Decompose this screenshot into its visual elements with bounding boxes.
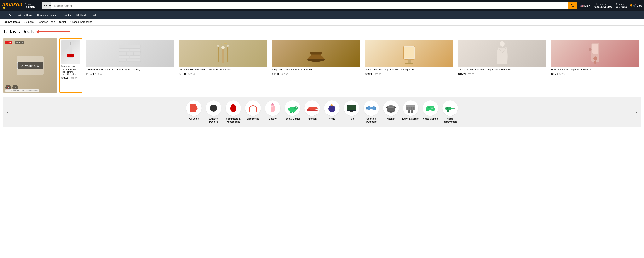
sec-nav-coupons[interactable]: Coupons	[24, 21, 34, 24]
svg-rect-46	[290, 112, 292, 113]
svg-rect-12	[119, 56, 129, 58]
category-electronics[interactable]: Electronics	[244, 100, 262, 123]
nav-gift-cards[interactable]: Gift Cards	[74, 11, 89, 19]
svg-point-16	[222, 46, 224, 49]
svg-rect-26	[404, 47, 414, 58]
svg-rect-53	[347, 105, 356, 110]
header-right: 🇺🇸 EN ▾ Hello, sign in Account & Lists R…	[580, 3, 642, 8]
sec-nav-todays-deals[interactable]: Today's Deals	[3, 21, 20, 24]
product-card-5[interactable]: iHave Toothpaste Dispenser Bathroom... $…	[550, 39, 641, 93]
secondary-nav: Today's Deals Coupons Renewed Deals Outl…	[0, 19, 644, 26]
categories-prev-button[interactable]: ‹	[6, 104, 10, 120]
cart-button[interactable]: 0 🛒 Cart	[630, 4, 642, 7]
product-image-4	[458, 40, 546, 67]
perfume-icon	[270, 103, 276, 113]
returns-orders[interactable]: Returns & Orders	[616, 3, 627, 8]
category-kitchen[interactable]: Kitchen	[382, 100, 400, 123]
grill-icon	[405, 103, 416, 114]
search-button[interactable]	[568, 2, 577, 9]
category-home[interactable]: Home	[323, 100, 340, 123]
live-stream-card[interactable]: LIVE 👁 633 ⤢ Watch now 🔇 ⏸ Liz Fenwick D…	[3, 39, 57, 93]
svg-rect-27	[408, 59, 410, 63]
product-name-5: iHave Toothpaste Dispenser Bathroom...	[551, 68, 639, 71]
svg-rect-83	[454, 108, 455, 109]
category-computers[interactable]: Computers & Accessories	[224, 100, 242, 123]
category-toys-games[interactable]: Toys & Games	[284, 100, 301, 123]
svg-rect-57	[368, 106, 370, 110]
live-viewers: 👁 633	[15, 41, 24, 44]
category-all-deals[interactable]: All Deals	[185, 100, 202, 123]
category-list: All Deals Amazon Devices Computers & Acc…	[10, 100, 634, 123]
category-beauty[interactable]: Beauty	[264, 100, 282, 123]
category-lawn-garden[interactable]: Lawn & Garden	[402, 100, 420, 123]
live-author: Liz Fenwick DIY Earns commissions	[6, 89, 39, 92]
nav-todays-deals[interactable]: Today's Deals	[15, 11, 34, 19]
category-amazon-devices[interactable]: Amazon Devices	[205, 100, 222, 123]
nav-registry[interactable]: Registry	[60, 11, 73, 19]
svg-rect-17	[222, 49, 224, 63]
svg-rect-13	[130, 56, 140, 58]
logo-smile-icon: 😉‿	[2, 7, 7, 10]
nav-customer-service[interactable]: Customer Service	[35, 11, 59, 19]
page-title-row: Today's Deals	[3, 29, 641, 35]
product-name-3: blonbar Bedside Lamp Qi Wireless Charger…	[365, 68, 453, 71]
product-name-4: Turquaz Lightweight Knee Length Waffle R…	[458, 68, 546, 71]
svg-rect-21	[227, 47, 228, 62]
featured-price: $25.45	[61, 76, 70, 80]
deliver-to[interactable]: Deliver to Pakistan	[24, 3, 40, 8]
candle-icon	[327, 103, 337, 113]
dino-icon	[287, 103, 298, 113]
amazon-logo[interactable]: amazon 😉‿	[2, 2, 22, 10]
live-badge: LIVE	[6, 41, 12, 44]
svg-point-45	[296, 107, 297, 107]
product-card-0[interactable]: CHEFSTORY 23 PCS Clear Drawer Organizers…	[84, 39, 176, 93]
account-menu[interactable]: Hello, sign in Account & Lists	[593, 3, 612, 8]
category-fashion[interactable]: Fashion	[304, 100, 321, 123]
product-orig-price-3: $59.99	[374, 73, 381, 75]
featured-product-name: ChomChom Pet Hair Remover - Reusable Cat…	[61, 68, 80, 75]
hamburger-icon	[4, 14, 7, 16]
product-price-0: $18.71	[86, 73, 94, 76]
featured-original-price: $31.95	[70, 77, 77, 79]
sec-nav-renewed-deals[interactable]: Renewed Deals	[38, 21, 55, 24]
product-card-3[interactable]: blonbar Bedside Lamp Qi Wireless Charger…	[364, 39, 455, 93]
category-sports-outdoors[interactable]: Sports & Outdoors	[362, 100, 380, 123]
product-name-2: Progressive Prep Solutions Microwave...	[272, 68, 360, 71]
svg-rect-7	[119, 49, 129, 52]
sec-nav-amazon-warehouse[interactable]: Amazon Warehouse	[70, 21, 92, 24]
product-price-1: $18.05	[179, 73, 187, 76]
category-video-games[interactable]: Video Games	[422, 100, 439, 123]
language-selector[interactable]: 🇺🇸 EN ▾	[580, 4, 590, 7]
watch-now-button[interactable]: ⤢ Watch now	[17, 62, 43, 69]
svg-point-0	[571, 4, 574, 7]
product-card-4[interactable]: Turquaz Lightweight Knee Length Waffle R…	[457, 39, 548, 93]
svg-rect-37	[256, 109, 258, 112]
svg-rect-47	[293, 112, 294, 113]
featured-price-row: $25.45 $31.95	[61, 76, 80, 80]
category-home-improvement[interactable]: Home Improvement	[442, 100, 459, 123]
product-orig-price-4: $39.99	[468, 73, 474, 75]
svg-rect-5	[70, 42, 71, 45]
svg-rect-49	[307, 110, 318, 111]
gamepad-icon	[425, 104, 436, 113]
svg-rect-81	[445, 107, 451, 110]
svg-point-66	[387, 105, 395, 107]
tag-icon	[190, 104, 198, 112]
product-name-0: CHEFSTORY 23 PCS Clear Drawer Organizers…	[86, 68, 174, 71]
svg-point-43	[294, 106, 298, 109]
svg-rect-60	[375, 107, 376, 110]
svg-rect-9	[119, 52, 126, 55]
product-card-2[interactable]: Progressive Prep Solutions Microwave... …	[270, 39, 362, 93]
product-card-1[interactable]: Non-Stick Silicone Kitchen Utensils Set …	[178, 39, 269, 93]
categories-next-button[interactable]: ›	[634, 104, 638, 120]
search-category-select[interactable]: All	[42, 2, 52, 9]
product-image-2	[272, 40, 360, 67]
category-tvs[interactable]: TVs	[343, 100, 360, 123]
featured-product-card[interactable]: Featured now ChomChom Pet Hair Remover -…	[59, 39, 82, 93]
sec-nav-outlet[interactable]: Outlet	[59, 21, 66, 24]
svg-rect-35	[590, 48, 591, 51]
svg-rect-33	[594, 60, 596, 64]
search-input[interactable]	[52, 2, 568, 9]
hamburger-menu[interactable]: All	[2, 11, 14, 19]
nav-sell[interactable]: Sell	[90, 11, 98, 19]
